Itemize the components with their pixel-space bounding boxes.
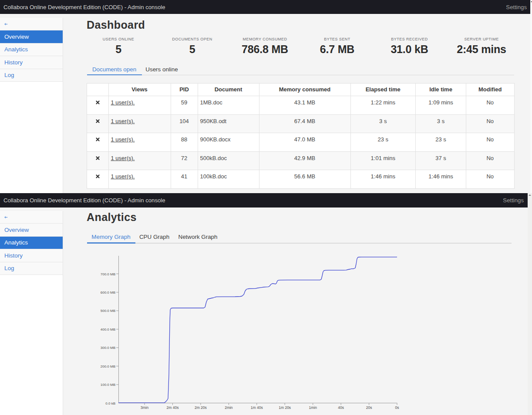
svg-text:600.0 MB: 600.0 MB xyxy=(101,291,115,295)
svg-text:0s: 0s xyxy=(395,405,399,410)
svg-text:2min: 2min xyxy=(225,405,233,410)
svg-text:40s: 40s xyxy=(338,405,344,410)
svg-text:300.0 MB: 300.0 MB xyxy=(101,346,115,350)
svg-text:700.0 MB: 700.0 MB xyxy=(101,272,115,276)
svg-text:1m 20s: 1m 20s xyxy=(279,405,291,410)
svg-text:0.0 kB: 0.0 kB xyxy=(105,402,115,405)
svg-text:100.0 MB: 100.0 MB xyxy=(101,383,115,387)
svg-text:1m 40s: 1m 40s xyxy=(251,405,263,410)
svg-text:2m 40s: 2m 40s xyxy=(167,405,179,410)
svg-text:1min: 1min xyxy=(309,405,317,410)
svg-text:200.0 MB: 200.0 MB xyxy=(101,365,115,368)
svg-text:20s: 20s xyxy=(366,405,372,410)
svg-text:400.0 MB: 400.0 MB xyxy=(101,328,115,331)
svg-text:500.0 MB: 500.0 MB xyxy=(101,309,115,313)
svg-text:2m 20s: 2m 20s xyxy=(195,405,207,410)
svg-text:3min: 3min xyxy=(141,405,149,410)
